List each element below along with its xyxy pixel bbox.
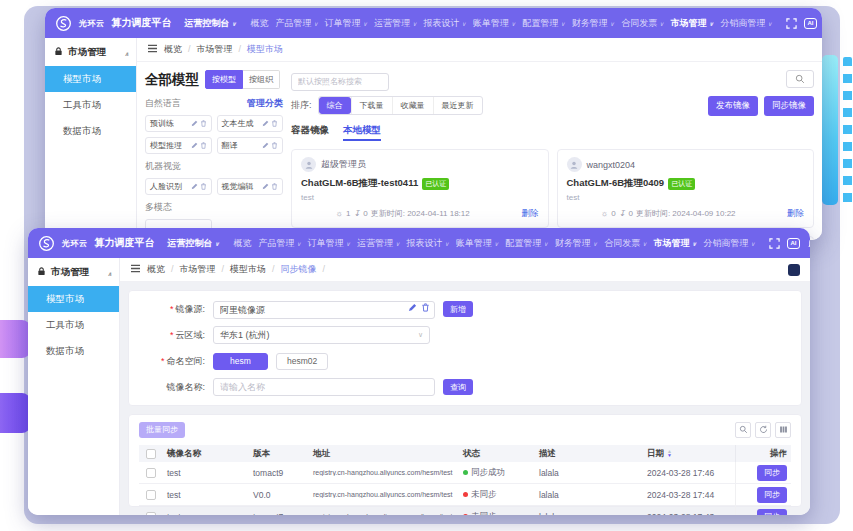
tab-local-model[interactable]: 本地模型 bbox=[343, 124, 381, 141]
row-checkbox[interactable] bbox=[146, 468, 156, 478]
hamburger-icon[interactable] bbox=[147, 44, 158, 55]
row-checkbox[interactable] bbox=[146, 490, 156, 500]
card-description: test bbox=[301, 193, 539, 202]
sidebar-item-data-market[interactable]: 数据市场 bbox=[45, 118, 136, 144]
nav-item-operation[interactable]: 运营管理 bbox=[374, 17, 416, 30]
sidebar-item-tool-market[interactable]: 工具市场 bbox=[28, 312, 119, 338]
hamburger-icon[interactable] bbox=[130, 264, 141, 275]
namespace-option-hesm02[interactable]: hesm02 bbox=[276, 353, 328, 370]
nav-item-billing[interactable]: 账单管理 bbox=[456, 237, 498, 250]
ai-assistant-icon[interactable]: AI bbox=[804, 17, 817, 30]
nav-item-report[interactable]: 报表设计 bbox=[407, 237, 449, 250]
notification-bell-icon[interactable]: 25 bbox=[807, 237, 810, 250]
nav-item-product[interactable]: 产品管理 bbox=[258, 237, 300, 250]
table-row: test tomact9 registry.cn-hangzhou.aliyun… bbox=[139, 462, 791, 484]
query-button[interactable]: 查询 bbox=[443, 379, 473, 395]
row-sync-button[interactable]: 同步 bbox=[757, 465, 787, 481]
table-refresh-button[interactable] bbox=[755, 422, 771, 438]
tab-container-image[interactable]: 容器镜像 bbox=[291, 124, 329, 141]
toggle-by-model-button[interactable]: 按模型 bbox=[205, 70, 243, 89]
sidebar-item-model-market[interactable]: 模型市场 bbox=[28, 286, 119, 312]
table-search-button[interactable] bbox=[735, 422, 751, 438]
trash-icon[interactable] bbox=[421, 303, 430, 312]
sidebar-group-market[interactable]: 市场管理 bbox=[45, 38, 136, 66]
namespace-option-hesm[interactable]: hesm bbox=[213, 353, 268, 370]
sort-favorites[interactable]: 收藏量 bbox=[392, 97, 433, 114]
section-title-nlp: 自然语言 bbox=[145, 97, 181, 110]
search-input[interactable] bbox=[291, 73, 389, 91]
batch-sync-button[interactable]: 批量同步 bbox=[139, 422, 185, 438]
sort-recent[interactable]: 最近更新 bbox=[433, 97, 482, 114]
category-tag[interactable]: 翻译 bbox=[217, 137, 284, 154]
nav-item-console[interactable]: 运营控制台 bbox=[185, 17, 237, 30]
fullscreen-icon[interactable] bbox=[769, 237, 780, 250]
toggle-by-org-button[interactable]: 按组织 bbox=[243, 70, 280, 89]
nav-item-distributor[interactable]: 分销商管理 bbox=[704, 237, 755, 250]
nav-item-finance[interactable]: 财务管理 bbox=[572, 17, 614, 30]
nav-item-config[interactable]: 配置管理 bbox=[505, 237, 547, 250]
sync-image-button[interactable]: 同步镜像 bbox=[764, 96, 814, 116]
category-tag[interactable]: 模型推理 bbox=[145, 137, 212, 154]
search-button[interactable] bbox=[786, 70, 814, 88]
sidebar-item-tool-market[interactable]: 工具市场 bbox=[45, 92, 136, 118]
category-tag[interactable]: 视觉编辑 bbox=[217, 178, 284, 195]
sync-image-window: 光环云 算力调度平台 运营控制台 概览 产品管理 订单管理 运营管理 报表设计 … bbox=[28, 228, 810, 515]
ai-assistant-icon[interactable]: AI bbox=[787, 237, 800, 250]
sidebar-item-model-market[interactable]: 模型市场 bbox=[45, 66, 136, 92]
image-source-input[interactable] bbox=[213, 301, 435, 319]
nav-item-market[interactable]: 市场管理 bbox=[654, 237, 697, 250]
nav-item-config[interactable]: 配置管理 bbox=[522, 17, 564, 30]
nav-item-distributor[interactable]: 分销商管理 bbox=[721, 17, 772, 30]
category-tag[interactable]: 预训练 bbox=[145, 115, 212, 132]
breadcrumb-item-current: 同步镜像 bbox=[281, 263, 326, 276]
add-source-button[interactable]: 新增 bbox=[443, 301, 473, 317]
chevron-down-icon bbox=[511, 18, 515, 28]
select-all-checkbox[interactable] bbox=[146, 449, 156, 459]
breadcrumb-item[interactable]: 概览 bbox=[164, 43, 191, 56]
col-actions: 操作 bbox=[735, 445, 791, 462]
row-checkbox[interactable] bbox=[146, 512, 156, 516]
model-card[interactable]: 超级管理员 ChatGLM-6B推理-test0411 已认证 test 10更… bbox=[291, 149, 549, 228]
nav-item-operation[interactable]: 运营管理 bbox=[357, 237, 399, 250]
fullscreen-icon[interactable] bbox=[786, 17, 797, 30]
lock-icon bbox=[54, 47, 63, 58]
nav-item-order[interactable]: 订单管理 bbox=[308, 237, 350, 250]
category-tag[interactable]: 文本生成 bbox=[217, 115, 284, 132]
manage-categories-link[interactable]: 管理分类 bbox=[247, 97, 283, 110]
nav-item-overview[interactable]: 概览 bbox=[233, 237, 251, 250]
model-card[interactable]: wangxt0204 ChatGLM-6B推理0409 已认证 test 00更… bbox=[557, 149, 815, 228]
nav-item-contract[interactable]: 合同发票 bbox=[604, 237, 646, 250]
sort-icon[interactable]: ▲▼ bbox=[667, 450, 672, 457]
nav-item-report[interactable]: 报表设计 bbox=[424, 17, 466, 30]
row-sync-button[interactable]: 同步 bbox=[757, 487, 787, 503]
delete-link[interactable]: 删除 bbox=[787, 208, 804, 220]
table-columns-button[interactable] bbox=[775, 422, 791, 438]
decor-purple-bar bbox=[0, 320, 30, 358]
edit-icon[interactable] bbox=[408, 303, 417, 312]
region-select[interactable]: 华东1 (杭州) ∨ bbox=[213, 326, 430, 344]
sidebar-item-data-market[interactable]: 数据市场 bbox=[28, 338, 119, 364]
breadcrumb-item[interactable]: 市场管理 bbox=[180, 263, 225, 276]
breadcrumb-item[interactable]: 概览 bbox=[147, 263, 174, 276]
theme-widget-button[interactable] bbox=[788, 264, 800, 276]
nav-item-billing[interactable]: 账单管理 bbox=[473, 17, 515, 30]
publish-image-button[interactable]: 发布镜像 bbox=[708, 96, 758, 116]
image-name-input[interactable] bbox=[213, 378, 435, 396]
nav-item-order[interactable]: 订单管理 bbox=[325, 17, 367, 30]
delete-link[interactable]: 删除 bbox=[522, 208, 539, 220]
category-tag[interactable]: 人脸识别 bbox=[145, 178, 212, 195]
nav-item-contract[interactable]: 合同发票 bbox=[621, 17, 663, 30]
nav-item-market[interactable]: 市场管理 bbox=[671, 17, 714, 30]
sort-comprehensive[interactable]: 综合 bbox=[319, 97, 351, 114]
sidebar-group-market[interactable]: 市场管理 bbox=[28, 258, 119, 286]
nav-item-product[interactable]: 产品管理 bbox=[275, 17, 317, 30]
sort-downloads[interactable]: 下载量 bbox=[351, 97, 392, 114]
nav-item-overview[interactable]: 概览 bbox=[250, 17, 268, 30]
nav-item-console[interactable]: 运营控制台 bbox=[168, 237, 220, 250]
row-sync-button[interactable]: 同步 bbox=[757, 509, 787, 516]
nav-item-finance[interactable]: 财务管理 bbox=[555, 237, 597, 250]
refresh-icon bbox=[759, 425, 768, 434]
breadcrumb-item[interactable]: 市场管理 bbox=[197, 43, 242, 56]
col-date[interactable]: 日期▲▼ bbox=[643, 448, 735, 460]
breadcrumb-item[interactable]: 模型市场 bbox=[230, 263, 275, 276]
